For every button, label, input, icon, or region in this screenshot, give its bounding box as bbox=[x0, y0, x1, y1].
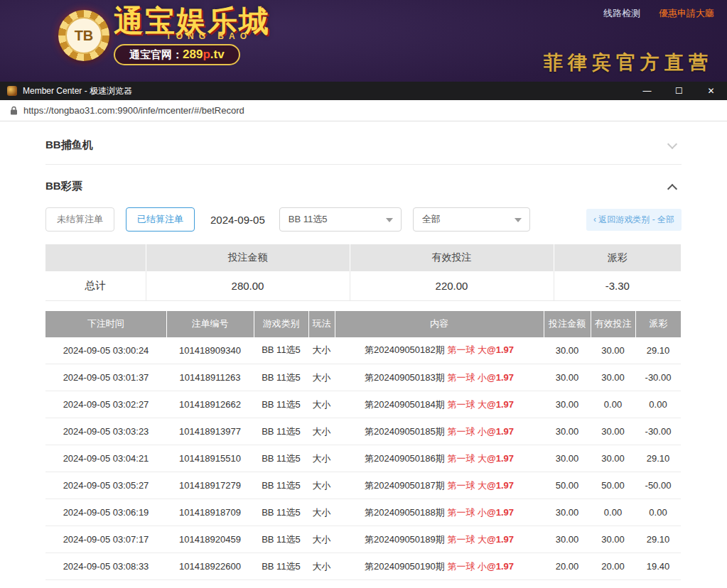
logo-tb-monogram: TB bbox=[65, 17, 102, 54]
window-title: Member Center - 极速浏览器 bbox=[23, 85, 132, 97]
cell-game-type: BB 11选5 bbox=[254, 472, 308, 499]
cell-payout: 29.10 bbox=[635, 445, 681, 472]
chevron-left-icon: ‹ bbox=[593, 214, 596, 224]
column-header: 下注时间 bbox=[45, 311, 166, 337]
settled-bets-button[interactable]: 已结算注单 bbox=[126, 207, 195, 232]
filter-bar: 未结算注单 已结算注单 2024-09-05 BB 11选5 全部 ‹ 返回游戏… bbox=[45, 207, 682, 232]
summary-table: 投注金额 有效投注 派彩 总计 280.00 220.00 -3.30 bbox=[45, 244, 681, 301]
cell-content: 第202409050188期 第一球 小@1.97 bbox=[335, 499, 544, 526]
window-maximize-button[interactable]: ☐ bbox=[663, 82, 695, 100]
cell-game-type: BB 11选5 bbox=[254, 337, 308, 364]
cell-content: 第202409050185期 第一球 小@1.97 bbox=[335, 418, 544, 445]
cell-bet-id: 101418922600 bbox=[166, 553, 254, 580]
table-row: 2024-09-05 03:08:33 101418922600 BB 11选5… bbox=[45, 553, 681, 580]
cell-payout: 19.40 bbox=[635, 553, 681, 580]
cell-bet-time: 2024-09-05 03:06:19 bbox=[45, 499, 166, 526]
section-lottery[interactable]: BB彩票 bbox=[45, 165, 682, 203]
cell-bet-amount: 30.00 bbox=[544, 418, 591, 445]
cell-game-type: BB 11选5 bbox=[254, 364, 308, 391]
bet-table-body: 2024-09-05 03:00:24 101418909340 BB 11选5… bbox=[45, 337, 681, 580]
link-line-check[interactable]: 线路检测 bbox=[603, 7, 640, 20]
scope-select-value: 全部 bbox=[422, 213, 441, 226]
back-to-category-link[interactable]: ‹ 返回游戏类别 - 全部 bbox=[586, 209, 682, 231]
browser-addressbar[interactable]: https://tongbao31.com:9900/infe/mcenter/… bbox=[0, 100, 727, 121]
cell-content: 第202409050183期 第一球 小@1.97 bbox=[335, 364, 544, 391]
cell-bet-id: 101418911263 bbox=[166, 364, 254, 391]
table-row: 2024-09-05 03:01:37 101418911263 BB 11选5… bbox=[45, 364, 681, 391]
cell-bet-amount: 30.00 bbox=[544, 526, 591, 553]
cell-bet-amount: 30.00 bbox=[544, 337, 591, 364]
window-minimize-button[interactable]: — bbox=[631, 82, 663, 100]
column-header: 玩法 bbox=[308, 311, 335, 337]
cell-game-type: BB 11选5 bbox=[254, 418, 308, 445]
cell-content: 第202409050189期 第一球 大@1.97 bbox=[335, 526, 544, 553]
window-controls: — ☐ ✕ bbox=[631, 82, 727, 100]
chevron-down-icon bbox=[386, 218, 393, 222]
summary-total-row: 总计 280.00 220.00 -3.30 bbox=[45, 271, 681, 300]
cell-bet-id: 101418912662 bbox=[166, 391, 254, 418]
unsettled-bets-button[interactable]: 未结算注单 bbox=[45, 207, 114, 232]
cell-play-type: 大小 bbox=[308, 445, 335, 472]
cell-play-type: 大小 bbox=[308, 499, 335, 526]
chevron-down-icon[interactable] bbox=[667, 138, 677, 148]
column-header: 注单编号 bbox=[166, 311, 254, 337]
summary-total-valid: 220.00 bbox=[350, 271, 554, 300]
column-header: 有效投注 bbox=[591, 311, 635, 337]
cell-payout: -50.00 bbox=[635, 472, 681, 499]
cell-bet-time: 2024-09-05 03:00:24 bbox=[45, 337, 166, 364]
cell-bet-amount: 50.00 bbox=[544, 472, 591, 499]
cell-game-type: BB 11选5 bbox=[254, 553, 308, 580]
official-site-label: 通宝官网： bbox=[129, 48, 183, 60]
cell-bet-amount: 30.00 bbox=[544, 499, 591, 526]
scope-select[interactable]: 全部 bbox=[413, 207, 530, 232]
cell-play-type: 大小 bbox=[308, 391, 335, 418]
summary-col-payout: 派彩 bbox=[554, 244, 681, 271]
cell-valid-bet: 0.00 bbox=[591, 391, 635, 418]
cell-bet-id: 101418920459 bbox=[166, 526, 254, 553]
cell-valid-bet: 30.00 bbox=[591, 364, 635, 391]
cell-content: 第202409050184期 第一球 大@1.97 bbox=[335, 391, 544, 418]
game-select-value: BB 11选5 bbox=[289, 213, 328, 226]
cell-payout: 29.10 bbox=[635, 337, 681, 364]
cell-play-type: 大小 bbox=[308, 418, 335, 445]
cell-payout: 0.00 bbox=[635, 499, 681, 526]
chevron-up-icon[interactable] bbox=[667, 183, 677, 193]
site-banner: TB 通宝娱乐城 TONG BAO 通宝官网：289p.tv 线路检测 優惠申請… bbox=[0, 0, 727, 82]
cell-game-type: BB 11选5 bbox=[254, 391, 308, 418]
cell-valid-bet: 30.00 bbox=[591, 418, 635, 445]
browser-titlebar: Member Center - 极速浏览器 — ☐ ✕ bbox=[0, 82, 727, 100]
official-site-pill[interactable]: 通宝官网：289p.tv bbox=[114, 44, 240, 65]
bet-record-table: 下注时间注单编号游戏类别玩法内容投注金额有效投注派彩 2024-09-05 03… bbox=[45, 311, 681, 581]
cell-payout: -30.00 bbox=[635, 364, 681, 391]
url-text[interactable]: https://tongbao31.com:9900/infe/mcenter/… bbox=[23, 105, 244, 116]
section-fishing[interactable]: BB捕鱼机 bbox=[45, 121, 682, 165]
column-header: 内容 bbox=[335, 311, 544, 337]
banner-top-links: 线路检测 優惠申請大廳 bbox=[603, 7, 714, 20]
chevron-down-icon bbox=[515, 218, 522, 222]
cell-bet-amount: 30.00 bbox=[544, 364, 591, 391]
cell-content: 第202409050186期 第一球 大@1.97 bbox=[335, 445, 544, 472]
column-header: 投注金额 bbox=[544, 311, 591, 337]
cell-bet-time: 2024-09-05 03:04:21 bbox=[45, 445, 166, 472]
table-row: 2024-09-05 03:06:19 101418918709 BB 11选5… bbox=[45, 499, 681, 526]
cell-payout: 29.10 bbox=[635, 526, 681, 553]
cell-bet-id: 101418909340 bbox=[166, 337, 254, 364]
date-filter[interactable]: 2024-09-05 bbox=[210, 214, 265, 226]
bet-table-header-row: 下注时间注单编号游戏类别玩法内容投注金额有效投注派彩 bbox=[45, 311, 681, 337]
section-fishing-title: BB捕鱼机 bbox=[45, 138, 93, 152]
cell-game-type: BB 11选5 bbox=[254, 499, 308, 526]
cell-bet-time: 2024-09-05 03:02:27 bbox=[45, 391, 166, 418]
column-header: 派彩 bbox=[635, 311, 681, 337]
link-promo-hall[interactable]: 優惠申請大廳 bbox=[659, 7, 714, 20]
bet-record-page: BB捕鱼机 BB彩票 未结算注单 已结算注单 2024-09-05 BB 11选… bbox=[0, 121, 727, 588]
game-select[interactable]: BB 11选5 bbox=[279, 207, 402, 232]
cell-valid-bet: 30.00 bbox=[591, 337, 635, 364]
summary-col-valid: 有效投注 bbox=[350, 244, 554, 271]
window-close-button[interactable]: ✕ bbox=[695, 82, 727, 100]
cell-payout: -30.00 bbox=[635, 418, 681, 445]
cell-valid-bet: 20.00 bbox=[591, 553, 635, 580]
section-lottery-title: BB彩票 bbox=[45, 180, 82, 193]
summary-total-bet: 280.00 bbox=[146, 271, 350, 300]
cell-bet-id: 101418917279 bbox=[166, 472, 254, 499]
official-site-p: p bbox=[203, 48, 210, 61]
